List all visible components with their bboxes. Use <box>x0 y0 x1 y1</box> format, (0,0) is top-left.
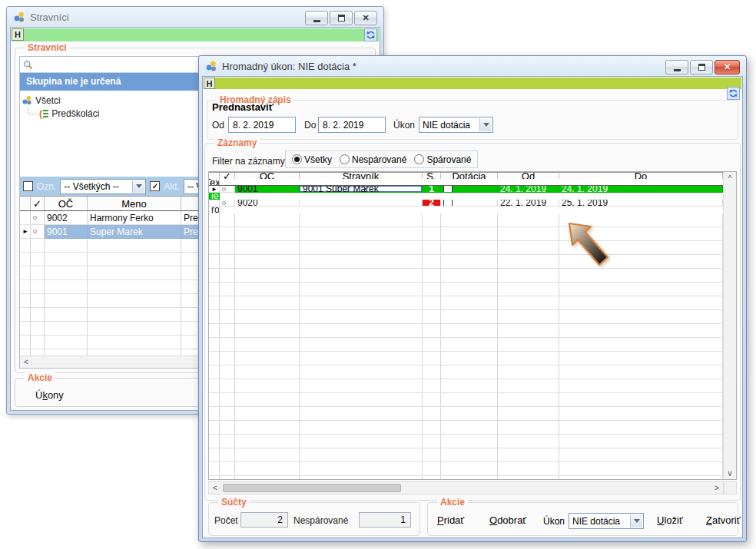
scroll-right-icon[interactable]: > <box>711 482 723 494</box>
empty-table-row[interactable] <box>209 476 723 479</box>
column-header[interactable]: Do <box>559 173 723 179</box>
empty-cell <box>20 336 31 349</box>
radio-sparovane[interactable]: Spárované <box>414 154 471 165</box>
table-header-row: ✓OČStravníkS.DotáciaOdDoText <box>209 172 723 186</box>
empty-table-row[interactable] <box>209 255 723 269</box>
ukony-button[interactable]: Úkony <box>35 389 64 401</box>
minimize-icon <box>313 20 320 22</box>
empty-table-row[interactable] <box>209 310 723 324</box>
empty-cell <box>88 308 181 322</box>
column-header[interactable]: S. <box>423 173 441 179</box>
table-row[interactable]: ►90019001 Super Marek124. 1. 201924. 1. … <box>209 186 723 200</box>
do-date-input[interactable]: 8. 2. 2019 <box>318 117 386 133</box>
empty-cell <box>498 448 559 462</box>
column-header[interactable] <box>209 173 220 179</box>
empty-cell <box>441 379 498 393</box>
scroll-left-icon[interactable]: < <box>209 482 221 494</box>
empty-cell <box>20 294 31 308</box>
akt-checkbox[interactable]: ✓ <box>150 181 160 191</box>
hotkey-h-button[interactable]: H <box>204 78 215 89</box>
stravnik-cell: 9001 Super Marek <box>300 186 423 193</box>
dotacia-checkbox[interactable] <box>443 200 453 207</box>
radio-vsetky[interactable]: Všetky <box>292 154 332 165</box>
table-row[interactable]: 9020222. 1. 201925. 1. 2019rozsah dní <box>209 200 723 213</box>
window-titlebar[interactable]: Hromadný úkon: NIE dotácia * ✕ <box>199 56 746 76</box>
empty-table-row[interactable] <box>209 241 723 255</box>
empty-table-row[interactable] <box>209 393 723 407</box>
column-header[interactable]: Od <box>498 173 559 179</box>
horizontal-scrollbar[interactable]: < > <box>208 481 724 494</box>
column-header[interactable]: Meno <box>88 197 181 210</box>
window-titlebar[interactable]: Stravníci ✕ <box>7 7 383 27</box>
empty-table-row[interactable] <box>209 338 723 352</box>
checkmark-column-header[interactable]: ✓ <box>220 173 235 179</box>
empty-cell <box>235 338 300 352</box>
empty-cell <box>498 393 559 407</box>
empty-table-row[interactable] <box>209 213 723 227</box>
minimize-button[interactable] <box>305 11 328 25</box>
checkmark-column-header[interactable]: ✓ <box>31 197 45 210</box>
maximize-button[interactable] <box>330 11 353 25</box>
records-filter-radios: Všetky Nespárované Spárované <box>285 150 478 168</box>
minimize-button[interactable] <box>665 60 688 74</box>
empty-table-row[interactable] <box>209 421 723 435</box>
refresh-button[interactable] <box>727 87 740 100</box>
scroll-down-icon[interactable]: v <box>724 467 736 479</box>
empty-table-row[interactable] <box>209 352 723 365</box>
column-header[interactable] <box>20 197 31 210</box>
row-marker-icon: ► <box>211 186 217 193</box>
empty-table-row[interactable] <box>209 269 723 283</box>
empty-table-row[interactable] <box>209 283 723 296</box>
empty-cell <box>20 308 31 322</box>
scroll-up-icon[interactable]: ^ <box>724 172 736 184</box>
vertical-scrollbar[interactable]: ^ v <box>723 172 736 479</box>
refresh-icon <box>728 88 738 98</box>
empty-table-row[interactable] <box>209 296 723 310</box>
empty-cell <box>423 213 441 227</box>
ukon-dropdown[interactable]: NIE dotácia <box>569 513 644 529</box>
ulozit-button[interactable]: Uložiť <box>657 514 683 526</box>
close-button[interactable]: ✕ <box>354 11 377 25</box>
column-header[interactable]: Stravník <box>300 173 423 179</box>
scrollbar-thumb[interactable] <box>223 484 401 492</box>
column-header[interactable]: Dotácia <box>441 173 498 179</box>
maximize-button[interactable] <box>690 60 713 74</box>
empty-cell <box>220 352 235 365</box>
empty-table-row[interactable] <box>209 227 723 241</box>
ukon-dropdown[interactable]: NIE dotácia <box>419 117 493 133</box>
marked-filter-dropdown[interactable]: -- Všetkých -- <box>60 179 146 194</box>
empty-cell <box>559 448 723 462</box>
scroll-left-icon[interactable]: < <box>20 356 32 368</box>
empty-table-row[interactable] <box>209 435 723 448</box>
record-dot-icon <box>222 201 226 205</box>
oc-cell: 9001 <box>235 186 300 193</box>
column-header[interactable]: OČ <box>235 173 300 179</box>
dotacia-checkbox[interactable] <box>443 186 453 193</box>
od-date-input[interactable]: 8. 2. 2019 <box>228 117 296 133</box>
empty-table-row[interactable] <box>209 324 723 338</box>
empty-table-row[interactable] <box>209 365 723 379</box>
column-header[interactable]: OČ <box>45 197 88 210</box>
empty-cell <box>498 310 559 324</box>
empty-cell <box>498 227 559 241</box>
empty-cell <box>209 476 220 479</box>
empty-table-row[interactable] <box>209 462 723 476</box>
empty-table-row[interactable] <box>209 448 723 462</box>
empty-cell <box>559 310 723 324</box>
column-header[interactable]: Text <box>209 179 220 185</box>
ozn-checkbox[interactable] <box>23 181 33 191</box>
ozn-label: Ozn. <box>37 181 56 192</box>
empty-cell <box>300 310 423 324</box>
empty-table-row[interactable] <box>209 379 723 393</box>
refresh-button[interactable] <box>364 28 377 41</box>
zatvorit-button[interactable]: Zatvoriť <box>706 514 741 526</box>
hotkey-h-button[interactable]: H <box>12 28 24 41</box>
empty-table-row[interactable] <box>209 407 723 421</box>
empty-cell <box>498 421 559 435</box>
close-button[interactable]: ✕ <box>715 60 740 74</box>
radio-nesparovane[interactable]: Nespárované <box>340 154 406 165</box>
odobrat-button[interactable]: Odobrať <box>489 514 526 526</box>
stravnik-edit-input[interactable]: 9001 Super Marek <box>300 186 422 192</box>
empty-cell <box>300 462 423 476</box>
pridat-button[interactable]: Pridať <box>437 514 464 526</box>
